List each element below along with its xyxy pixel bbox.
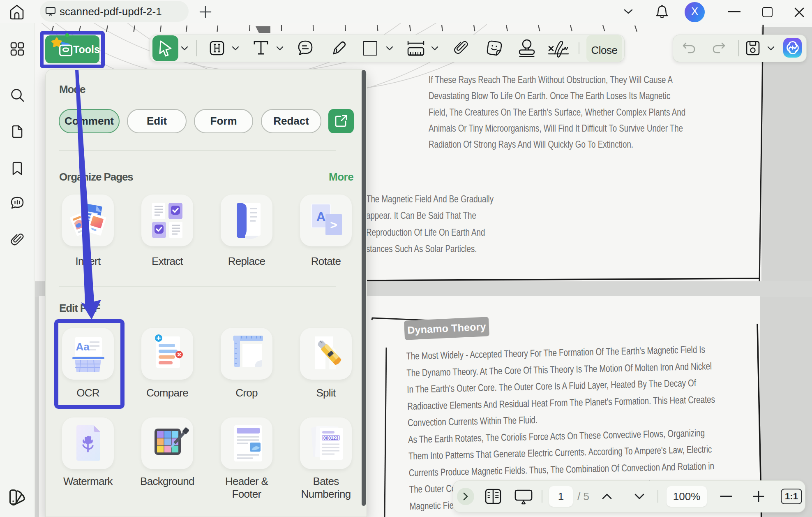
svg-text:000123: 000123 xyxy=(323,436,339,440)
svg-text:A: A xyxy=(316,209,325,224)
svg-text:>: > xyxy=(330,218,337,232)
